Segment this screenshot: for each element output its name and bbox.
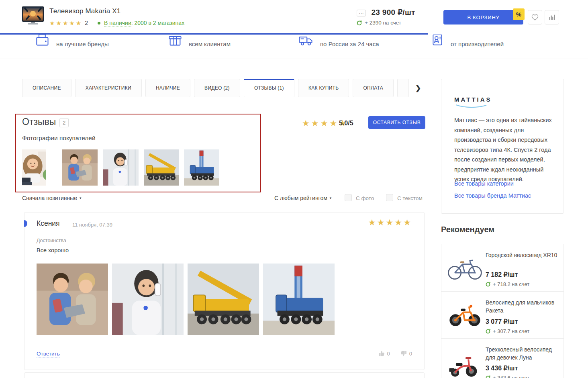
brand-description: Маттиас — это одна из тайваньских компан…: [454, 115, 555, 184]
brand-logo-swoosh: [455, 104, 487, 108]
customer-photo-blue-crane[interactable]: [184, 149, 219, 186]
benefit-label: по России за 24 часа: [320, 39, 379, 47]
bonus-coin-icon: [357, 20, 362, 26]
sort-dropdown[interactable]: Сначала позитивные▾: [22, 195, 81, 201]
customer-photo-agent[interactable]: [103, 149, 139, 186]
customer-photo-girl[interactable]: [22, 149, 46, 186]
product-thumbnail[interactable]: [22, 6, 44, 26]
review-pros-text: Все хорошо: [37, 247, 69, 253]
cashback-text: + 343.6 на счет: [493, 375, 529, 378]
brand-logo: MATTIAS: [454, 96, 492, 103]
likes-count: 0: [387, 351, 390, 357]
wallet-icon: [35, 35, 50, 47]
product-review-count: 2: [85, 20, 88, 26]
thumb-down-icon[interactable]: [400, 350, 407, 357]
rating-filter-label: С любым рейтингом: [274, 195, 327, 201]
benefits-bar: на лучшие бренды всем клиентам по России…: [0, 35, 588, 59]
tab-partial[interactable]: [397, 79, 409, 97]
thumb-up-icon[interactable]: [378, 350, 385, 357]
heart-icon: [531, 13, 539, 22]
kids-bike-image: [446, 302, 483, 329]
benefit-warranty: на лучшие бренды: [35, 39, 109, 47]
review-photo-blue-crane[interactable]: [263, 264, 335, 335]
availability-rest: : 2000 в 2 магазинах: [131, 20, 184, 26]
review-card: Ксения 11 ноября, 07:39 ★★★★★ Достоинств…: [24, 212, 425, 370]
reply-link[interactable]: Ответить: [37, 351, 60, 357]
brand-card: MATTIAS Маттиас — это одна из тайваньски…: [441, 79, 564, 214]
product-price: 7 182 ₽/шт: [486, 271, 518, 278]
tab-video[interactable]: ВИДЕО (2): [194, 79, 240, 97]
product-price: 23 900 ₽/шт: [371, 8, 415, 17]
bonus-coin-icon: [486, 375, 491, 378]
review-pros-label: Достоинства: [37, 238, 66, 243]
availability-dot-icon: [98, 22, 100, 25]
benefit-label: на лучшие бренды: [56, 39, 109, 47]
tab-specs[interactable]: ХАРАКТЕРИСТИКИ: [75, 79, 142, 97]
dislikes-count: 0: [409, 351, 412, 357]
next-review-card: [24, 372, 425, 378]
review-photo-yellow-crane[interactable]: [188, 264, 259, 335]
tab-reviews[interactable]: ОТЗЫВЫ (1): [244, 79, 294, 97]
review-photos: [37, 264, 335, 335]
review-author: Ксения: [37, 219, 60, 228]
review-votes: 0 0: [378, 350, 412, 357]
with-photo-checkbox[interactable]: [345, 194, 352, 201]
product-title: Телевизор Makaria X1: [49, 7, 120, 15]
recommended-product-1[interactable]: Городской велосипед XR10 7 182 ₽/шт + 71…: [441, 244, 564, 292]
tricycle-image: [446, 353, 483, 378]
availability-text: В наличии: 2000 в 2 магазинах: [104, 20, 184, 26]
all-category-products-link[interactable]: Все товары категории: [454, 180, 514, 187]
customer-photos-strip: [22, 149, 219, 186]
product-rating-row: ★★★★★ 2 В наличии: 2000 в 2 магазинах: [49, 19, 184, 27]
tabs-next-icon[interactable]: ❯: [415, 84, 421, 92]
product-tabs: ОПИСАНИЕ ХАРАКТЕРИСТИКИ НАЛИЧИЕ ВИДЕО (2…: [22, 79, 421, 97]
tab-how-to-buy[interactable]: КАК КУПИТЬ: [298, 79, 349, 97]
all-brand-products-link[interactable]: Все товары бренда Маттиас: [454, 192, 531, 199]
caret-down-icon: ▾: [330, 196, 332, 200]
truck-icon: [298, 35, 314, 47]
average-rating-score: 5.0/5: [339, 120, 353, 127]
certificate-icon: [431, 35, 444, 47]
reply-label: Ответить: [37, 351, 60, 358]
customer-photos-title: Фотографии покупателей: [22, 135, 96, 142]
benefit-gifts: всем клиентам: [168, 39, 231, 47]
recommend-title: Рекомендуем: [441, 225, 494, 234]
product-cashback: + 343.6 на счет: [486, 375, 529, 378]
price-block: … 23 900 ₽/шт: [357, 8, 415, 17]
review-photo-agent[interactable]: [112, 264, 184, 335]
customer-photo-yellow-crane[interactable]: [144, 149, 179, 186]
tab-payment[interactable]: ОПЛАТА: [353, 79, 394, 97]
with-photo-label: С фото: [356, 195, 374, 201]
customer-photo-couple[interactable]: [62, 149, 98, 186]
tab-description[interactable]: ОПИСАНИЕ: [22, 79, 71, 97]
discount-percent-badge: %: [513, 8, 525, 20]
product-price: 3 436 ₽/шт: [486, 364, 518, 372]
compare-button[interactable]: [545, 10, 559, 25]
review-accent-dot: [24, 220, 27, 227]
recommended-product-2[interactable]: Велосипед для мальчиков Ракета 3 077 ₽/ш…: [441, 291, 564, 339]
benefit-label: всем клиентам: [189, 39, 231, 47]
bar-chart-icon: [548, 13, 556, 21]
product-sticky-header: Телевизор Makaria X1 ★★★★★ 2 В наличии: …: [0, 0, 588, 34]
city-bike-image: [446, 255, 483, 282]
favorite-button[interactable]: [528, 10, 542, 25]
with-text-checkbox[interactable]: [386, 194, 393, 201]
review-photo-couple[interactable]: [37, 264, 108, 335]
review-date: 11 ноября, 07:39: [72, 222, 112, 228]
benefit-label: от производителей: [451, 39, 504, 47]
reviews-title: Отзывы: [22, 116, 56, 127]
availability-link[interactable]: В наличии: [104, 20, 131, 27]
gift-icon: [168, 35, 182, 47]
add-to-cart-button[interactable]: В КОРЗИНУ: [443, 10, 523, 25]
bonus-coin-icon: [486, 282, 491, 287]
product-name: Городской велосипед XR10: [486, 251, 559, 259]
tab-stock[interactable]: НАЛИЧИЕ: [145, 79, 190, 97]
rating-filter-dropdown[interactable]: С любым рейтингом▾: [274, 195, 331, 201]
cashback-text: + 718.2 на счет: [493, 281, 529, 287]
recommended-product-3[interactable]: Трехколесный велосипед для девочек Луна …: [441, 338, 564, 378]
leave-review-button[interactable]: ОСТАВИТЬ ОТЗЫВ: [368, 116, 425, 129]
benefit-official: от производителей: [431, 39, 504, 47]
price-more-icon[interactable]: …: [357, 10, 366, 16]
scroll-progress-bar: [0, 33, 428, 35]
cashback-row: + 2390 на счет: [357, 20, 401, 26]
